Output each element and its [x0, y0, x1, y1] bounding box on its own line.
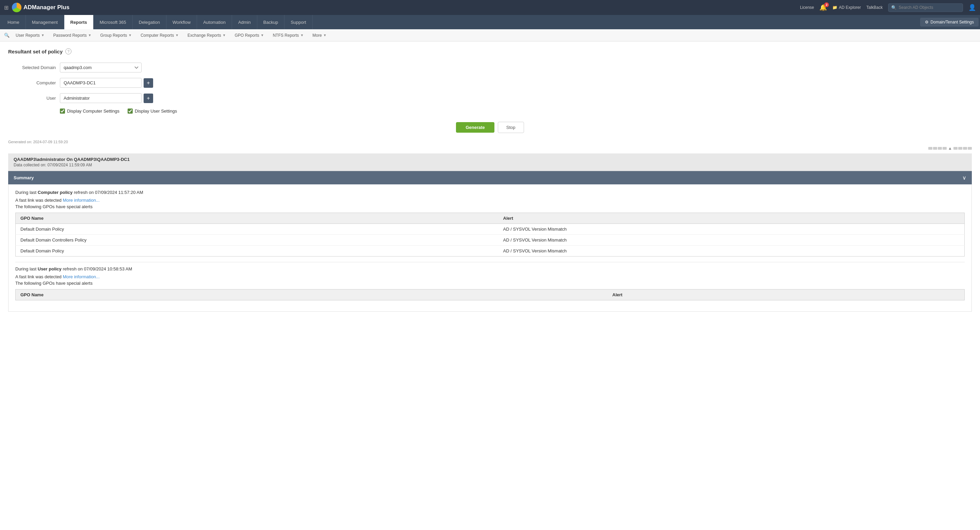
domain-settings-button[interactable]: ⚙ Domain/Tenant Settings — [920, 18, 978, 27]
sub-nav-gpo-reports[interactable]: GPO Reports ▼ — [231, 29, 268, 41]
page-title-row: Resultant set of policy ? — [8, 48, 972, 54]
display-computer-settings-label: Display Computer Settings — [67, 108, 119, 114]
display-computer-settings-checkbox-label[interactable]: Display Computer Settings — [60, 108, 119, 114]
grid-icon[interactable]: ⊞ — [4, 5, 8, 11]
gpo-name-cell: Default Domain Controllers Policy — [16, 235, 498, 246]
scroll-seg-3 — [938, 147, 942, 150]
user-add-button[interactable]: + — [143, 94, 153, 103]
computer-policy-text: During last Computer policy refresh on 0… — [15, 190, 965, 195]
computer-input-wrap: + — [60, 78, 153, 88]
scroll-seg-5 — [953, 147, 958, 150]
user-gpo-note: The following GPOs have special alerts — [15, 281, 965, 286]
gpo-reports-dropdown-arrow: ▼ — [261, 33, 264, 37]
generated-info: Generated on: 2024-07-09 11:59:20 — [8, 140, 972, 144]
user-policy-prefix: During last — [15, 267, 38, 271]
computer-policy-prefix: During last — [15, 190, 38, 195]
nav-backup[interactable]: Backup — [257, 15, 285, 29]
results-header: QAADMP3\administrator On QAADMP3\QAADMP3… — [8, 154, 972, 171]
app-name: ADManager Plus — [24, 4, 69, 11]
user-avatar-icon[interactable]: 👤 — [969, 4, 976, 11]
top-bar-left: ⊞ ADManager Plus — [4, 3, 69, 12]
search-box: 🔍 — [888, 3, 963, 12]
display-user-settings-checkbox[interactable] — [127, 108, 133, 114]
app-logo: ADManager Plus — [12, 3, 69, 12]
nav-home[interactable]: Home — [2, 15, 26, 29]
nav-right: ⚙ Domain/Tenant Settings — [920, 18, 978, 27]
top-bar-right: License 🔔 2 📁 AD Explorer TalkBack 🔍 👤 — [800, 3, 976, 12]
scroll-bar[interactable] — [928, 147, 947, 150]
user-row: User + — [8, 93, 247, 103]
group-reports-dropdown-arrow: ▼ — [128, 33, 132, 37]
summary-header[interactable]: Summary ∨ — [8, 171, 972, 184]
computer-add-button[interactable]: + — [143, 78, 153, 88]
logo-icon — [12, 3, 21, 12]
scroll-bar-2[interactable] — [953, 147, 972, 150]
nav-automation[interactable]: Automation — [197, 15, 232, 29]
ad-explorer-button[interactable]: 📁 AD Explorer — [832, 5, 861, 10]
nav-delegation[interactable]: Delegation — [133, 15, 166, 29]
search-input[interactable] — [899, 5, 960, 10]
exchange-reports-dropdown-arrow: ▼ — [223, 33, 226, 37]
gpo-name-cell: Default Domain Policy — [16, 246, 498, 257]
sub-nav-user-reports[interactable]: User Reports ▼ — [11, 29, 49, 41]
generate-button[interactable]: Generate — [456, 122, 494, 133]
summary-chevron-icon: ∨ — [962, 175, 966, 181]
computer-more-info-link[interactable]: More information... — [63, 198, 99, 203]
sub-nav-ntfs-reports[interactable]: NTFS Reports ▼ — [269, 29, 308, 41]
sub-nav-more[interactable]: More ▼ — [308, 29, 331, 41]
notification-bell[interactable]: 🔔 2 — [819, 4, 827, 11]
sub-nav-exchange-reports[interactable]: Exchange Reports ▼ — [183, 29, 230, 41]
nav-reports[interactable]: Reports — [64, 15, 94, 29]
search-icon: 🔍 — [891, 5, 897, 10]
user-input[interactable] — [60, 93, 142, 103]
nav-management[interactable]: Management — [26, 15, 64, 29]
nav-support[interactable]: Support — [285, 15, 313, 29]
gpo-name-cell: Default Domain Policy — [16, 224, 498, 235]
alert-cell: AD / SYSVOL Version Mismatch — [498, 246, 965, 257]
selected-domain-input-wrap: qaadmp3.com — [60, 63, 142, 73]
password-reports-dropdown-arrow: ▼ — [88, 33, 92, 37]
scroll-seg-8 — [968, 147, 972, 150]
display-computer-settings-checkbox[interactable] — [60, 108, 65, 114]
sub-nav-computer-reports[interactable]: Computer Reports ▼ — [137, 29, 183, 41]
main-nav: Home Management Reports Microsoft 365 De… — [0, 15, 980, 29]
form-section: Selected Domain qaadmp3.com Computer + U… — [8, 63, 247, 114]
user-policy-bold: User policy — [38, 267, 62, 271]
more-dropdown-arrow: ▼ — [323, 33, 327, 37]
summary-body: During last Computer policy refresh on 0… — [8, 184, 972, 312]
sub-nav-group-reports[interactable]: Group Reports ▼ — [96, 29, 136, 41]
sub-nav-search-icon[interactable]: 🔍 — [3, 31, 11, 40]
talkback-link[interactable]: TalkBack — [866, 5, 883, 10]
computer-input[interactable] — [60, 78, 142, 88]
summary-title: Summary — [14, 175, 34, 180]
user-policy-suffix: refresh on 07/09/2024 10:58:53 AM — [62, 267, 132, 271]
nav-workflow[interactable]: Workflow — [166, 15, 197, 29]
action-buttons-row: Generate Stop — [8, 122, 972, 133]
folder-icon: 📁 — [832, 5, 837, 10]
sub-nav: 🔍 User Reports ▼ Password Reports ▼ Grou… — [0, 29, 980, 41]
computer-label: Computer — [8, 80, 56, 86]
computer-row: Computer + — [8, 78, 247, 88]
nav-microsoft365[interactable]: Microsoft 365 — [94, 15, 133, 29]
selected-domain-select[interactable]: qaadmp3.com — [60, 63, 142, 73]
scroll-seg-4 — [943, 147, 947, 150]
user-more-info-link[interactable]: More information... — [63, 274, 99, 279]
nav-admin[interactable]: Admin — [232, 15, 257, 29]
display-user-settings-checkbox-label[interactable]: Display User Settings — [127, 108, 177, 114]
computer-gpo-note: The following GPOs have special alerts — [15, 204, 965, 209]
section-divider — [15, 262, 965, 262]
gear-icon: ⚙ — [925, 20, 929, 24]
scroll-seg-2 — [933, 147, 937, 150]
checkboxes-row: Display Computer Settings Display User S… — [60, 108, 247, 114]
scroll-up-arrow[interactable]: ▲ — [948, 146, 952, 151]
stop-button[interactable]: Stop — [498, 122, 524, 133]
selected-domain-label: Selected Domain — [8, 65, 56, 70]
ntfs-reports-dropdown-arrow: ▼ — [300, 33, 304, 37]
sub-nav-password-reports[interactable]: Password Reports ▼ — [49, 29, 95, 41]
content-area: Resultant set of policy ? Selected Domai… — [0, 41, 980, 530]
notif-badge: 2 — [824, 2, 829, 7]
user-gpo-table: GPO Name Alert — [15, 289, 965, 300]
license-link[interactable]: License — [800, 5, 814, 10]
help-icon[interactable]: ? — [65, 48, 72, 54]
results-main-title: QAADMP3\administrator On QAADMP3\QAADMP3… — [14, 157, 966, 162]
